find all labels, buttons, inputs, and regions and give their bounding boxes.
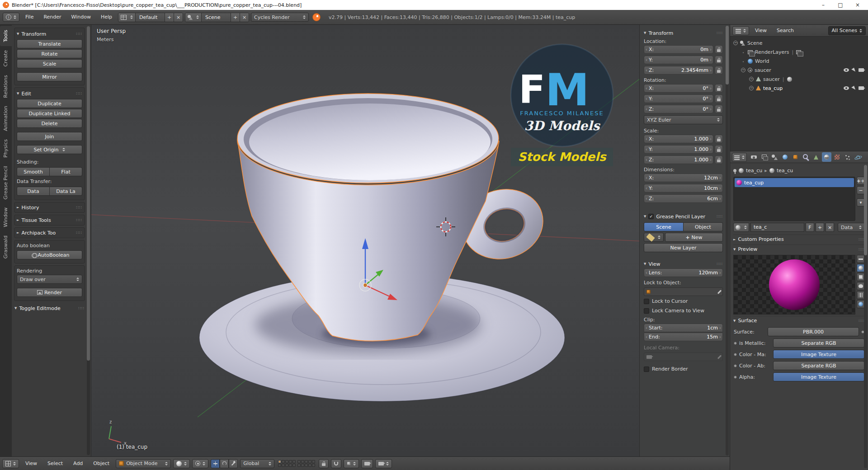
manipulator-rotate-button[interactable] [220,459,229,468]
editor-type-properties-button[interactable] [732,153,747,162]
lock-rotation-x-button[interactable] [715,84,723,93]
screen-layout-selector[interactable]: Default [118,13,183,22]
view-menu[interactable]: View [21,459,41,469]
material-name-field[interactable]: tea_c [750,223,804,232]
expander-icon[interactable] [733,41,738,45]
auto-boolean-button[interactable]: AutoBoolean [17,250,82,259]
viewport-3d[interactable]: x z F M FRANCESCO MILANESE 3D Models [91,25,730,456]
lens-field[interactable]: Lens:120mm [644,268,723,277]
rotation-mode-dropdown[interactable]: XYZ Euler [644,115,723,124]
properties-scrollbar[interactable] [864,165,867,468]
add-menu[interactable]: Add [69,459,87,469]
delete-scene-button[interactable] [240,13,249,22]
render-border-checkbox[interactable]: Render Border [644,365,723,373]
rotation-x-field[interactable]: X:0° [644,84,713,93]
editor-type-3dview-button[interactable] [2,459,19,468]
dimension-x-field[interactable]: X:12cm [644,174,723,182]
lock-scale-z-button[interactable] [715,155,723,164]
snap-toggle-button[interactable] [331,459,341,468]
transform-panel-header[interactable]: Transform [17,29,82,38]
dimension-z-field[interactable]: Z:6cm [644,194,723,203]
grease-pencil-checkbox[interactable] [648,214,654,219]
layers-widget[interactable] [278,460,315,467]
surface-panel-header[interactable]: Surface [733,316,865,325]
editor-type-info-button[interactable] [3,13,19,22]
mirror-button[interactable]: Mirror [17,72,82,81]
clip-start-field[interactable]: Start:1cm [644,324,723,332]
outliner-row-renderlayers[interactable]: RenderLayers [732,47,866,56]
link-mode-dropdown[interactable]: Data [838,223,865,232]
set-origin-dropdown[interactable]: Set Origin [17,145,82,154]
delete-button[interactable]: Delete [17,119,82,128]
lock-object-field[interactable] [644,287,723,296]
history-panel-header[interactable]: History [17,203,82,212]
tissue-tools-panel-header[interactable]: Tissue Tools [17,216,82,225]
file-menu[interactable]: File [21,12,38,22]
lock-scale-x-button[interactable] [715,135,723,143]
color-ma-input-button[interactable]: Image Texture [773,350,864,359]
metallic-input-button[interactable]: Separate RGB [773,338,864,348]
tab-window[interactable]: Window [0,203,12,231]
grease-pencil-panel-header[interactable]: Grease Pencil Layer [644,212,723,221]
pivot-dropdown[interactable] [192,459,208,468]
minimize-button[interactable]: – [815,0,832,10]
layer-cell[interactable] [278,460,281,463]
tab-object[interactable] [791,152,800,162]
render-toggle-icon[interactable] [859,86,864,90]
gp-new-layer-button[interactable]: New Layer [644,243,723,252]
location-x-field[interactable]: X:0m [644,45,713,54]
lock-camera-checkbox[interactable]: Lock Camera to View [644,306,723,315]
tab-tools[interactable]: Tools [0,26,12,46]
rotation-z-field[interactable]: Z:0° [644,105,713,113]
snap-element-dropdown[interactable] [344,459,359,468]
scale-button[interactable]: Scale [17,59,82,68]
tab-physics[interactable] [853,152,863,162]
tab-data[interactable] [811,152,821,162]
hide-toggle-icon[interactable] [844,86,849,90]
render-toggle-icon[interactable] [859,68,864,72]
tab-world[interactable] [780,152,790,162]
tab-relations[interactable]: Relations [0,71,12,102]
manipulator-scale-button[interactable] [229,459,238,468]
flat-button[interactable]: Flat [50,167,82,176]
data-button[interactable]: Data [17,187,50,196]
dimension-y-field[interactable]: Y:10cm [644,184,723,193]
clip-end-field[interactable]: End:15m [644,333,723,341]
expander-icon[interactable] [741,68,745,72]
local-camera-field[interactable] [644,352,723,361]
lock-rotation-y-button[interactable] [715,94,723,103]
render-menu[interactable]: Render [39,12,65,22]
tab-grease-pencil[interactable]: Grease Pencil [0,162,12,203]
gp-datablock-dropdown[interactable] [644,233,664,242]
tab-particles[interactable] [843,152,852,162]
fake-user-button[interactable]: F [806,223,814,232]
tab-animation[interactable]: Animation [0,102,12,135]
scale-x-field[interactable]: X:1.000 [644,135,713,143]
object-menu[interactable]: Object [89,459,113,469]
orientation-dropdown[interactable]: Global [240,459,274,468]
add-scene-button[interactable] [231,13,240,22]
tab-material[interactable] [822,152,831,162]
lock-location-z-button[interactable] [715,66,723,75]
npanel-scrollbar[interactable] [726,26,729,456]
material-slot-row[interactable]: tea_cup [735,178,854,187]
lock-to-scene-button[interactable] [319,459,329,468]
expander-icon[interactable] [749,77,754,81]
tab-render-layers[interactable] [760,152,769,162]
lock-location-x-button[interactable] [715,45,723,54]
tab-create[interactable]: Create [0,46,12,71]
new-material-button[interactable] [816,223,824,232]
join-button[interactable]: Join [17,132,82,141]
manipulator-translate-button[interactable] [211,459,220,468]
maximize-button[interactable]: □ [832,0,849,10]
location-y-field[interactable]: Y:0m [644,56,713,64]
archipack-panel-header[interactable]: Archipack Too [17,228,82,237]
toolshelf-scrollbar[interactable] [87,26,90,455]
select-menu[interactable]: Select [43,459,67,469]
render-engine-dropdown[interactable]: Cycles Render [251,13,309,22]
tab-scene[interactable] [770,152,779,162]
lock-scale-y-button[interactable] [715,145,723,154]
duplicate-linked-button[interactable]: Duplicate Linked [17,109,82,118]
render-button[interactable]: Render [17,288,82,297]
browse-material-button[interactable] [733,223,749,232]
